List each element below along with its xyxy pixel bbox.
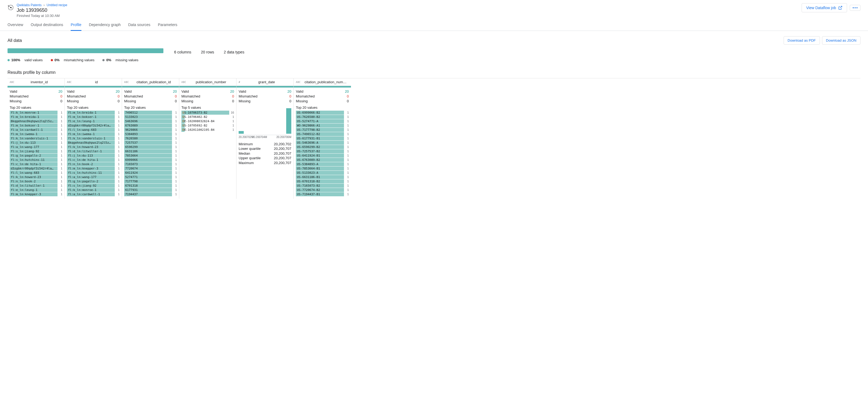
value-row[interactable]: US-5463696-A1 [296, 141, 349, 145]
breadcrumb-project[interactable]: Qwiklabs Patents [17, 3, 42, 7]
value-row[interactable]: US-5274771-A1 [296, 119, 349, 123]
value-row[interactable]: 61779311 [124, 188, 177, 192]
value-row[interactable]: US-10706373-B216 [181, 111, 234, 115]
tab-output-destinations[interactable]: Output destinations [31, 23, 63, 31]
column-header[interactable]: ABCpublication_number [179, 78, 236, 86]
value-row[interactable]: fl:k_ln:howard-231 [10, 175, 62, 179]
value-row[interactable]: fl:d_ln:litwiller-11 [10, 184, 62, 188]
tab-profile[interactable]: Profile [71, 23, 82, 31]
value-row[interactable]: US-5384893-A1 [296, 162, 349, 166]
histogram-bar[interactable] [286, 108, 291, 134]
histogram-bar[interactable] [239, 131, 244, 134]
value-row[interactable]: fl:a_ln:cardwell-11 [67, 192, 120, 196]
value-row[interactable]: fl:m_ln:iwema-11 [67, 132, 120, 136]
value-row[interactable]: DE-102011002195-B41 [181, 128, 234, 132]
value-row[interactable]: US-6631186-B11 [296, 175, 349, 179]
value-row[interactable]: DE-102008032824-B41 [181, 119, 234, 123]
breadcrumb-recipe[interactable]: Untitled recipe [46, 3, 67, 7]
value-row[interactable]: fl:n_ln:book-21 [67, 162, 120, 166]
download-pdf-button[interactable]: Download as PDF [784, 36, 820, 44]
value-row[interactable]: 69990661 [124, 158, 177, 162]
value-row[interactable]: 54636961 [124, 119, 177, 123]
value-row[interactable]: fl:m_ln:knepper-31 [10, 192, 62, 196]
tab-parameters[interactable]: Parameters [158, 23, 177, 31]
download-json-button[interactable]: Download as JSON [822, 36, 861, 44]
value-row[interactable]: 8kqgehnas9kqhpws2lq2l5z…1 [10, 119, 62, 123]
value-row[interactable]: 71944371 [124, 192, 177, 196]
column-header[interactable]: ABCid [65, 78, 122, 86]
value-row[interactable]: fl:k_ln:monroe-11 [67, 188, 120, 192]
value-row[interactable]: fl:k_ln:vandersluis-11 [67, 136, 120, 140]
more-actions-button[interactable] [850, 5, 861, 11]
value-row[interactable]: US-6999066-B21 [296, 111, 349, 115]
tab-dependency-graph[interactable]: Dependency graph [89, 23, 121, 31]
value-row[interactable]: 52747711 [124, 175, 177, 179]
value-row[interactable]: 71777981 [124, 179, 177, 183]
value-row[interactable]: US-7257537-B21 [296, 149, 349, 153]
value-row[interactable]: US-10705692-B21 [181, 124, 234, 128]
value-row[interactable]: fl:a_ln:cardwell-11 [10, 128, 62, 132]
value-row[interactable]: fl:l_ln:wang-6831 [10, 171, 62, 175]
value-row[interactable]: US-6763089-B21 [296, 158, 349, 162]
value-row[interactable]: 64119241 [124, 171, 177, 175]
value-row[interactable]: US-10706402-B21 [181, 115, 234, 119]
value-row[interactable]: fl:d_ln:litwiller-11 [67, 149, 120, 153]
value-row[interactable]: 96298661 [124, 128, 177, 132]
value-row[interactable]: 76265801 [124, 136, 177, 140]
column-header[interactable]: #grant_date [237, 78, 293, 86]
value-row[interactable]: fl:g_ln:pagallo-21 [10, 154, 62, 158]
value-row[interactable]: fl:m_ln:breida-11 [67, 111, 120, 115]
value-row[interactable]: US-7194437-B11 [296, 192, 349, 196]
value-row[interactable]: fl:c_ln:de hita-11 [10, 162, 62, 166]
value-row[interactable]: US-7853664-B11 [296, 167, 349, 170]
view-dataflow-button[interactable]: View Dataflow job [802, 3, 847, 12]
value-row[interactable]: 8kqgehnas9kqhpws2lq2l5z…1 [67, 141, 120, 145]
value-row[interactable]: 67013181 [124, 184, 177, 188]
value-row[interactable]: fl:s_ln:jiang-921 [10, 149, 62, 153]
value-row[interactable]: US-7626580-B21 [296, 115, 349, 119]
value-row[interactable]: US-6590299-B21 [296, 145, 349, 149]
value-row[interactable]: fl:m_ln:knepper-31 [67, 167, 120, 170]
value-row[interactable]: fl:c_ln:de hita-11 [67, 158, 120, 162]
column-header[interactable]: ABCcitation_publication_id [122, 78, 179, 86]
value-row[interactable]: fl:k_ln:monroe-11 [10, 111, 62, 115]
value-row[interactable]: 77206741 [124, 167, 177, 170]
value-row[interactable]: 51330231 [124, 115, 177, 119]
value-row[interactable]: 72575371 [124, 141, 177, 145]
value-row[interactable]: US-7496512-B21 [296, 132, 349, 136]
value-row[interactable]: fl:m_ln:bokser-11 [10, 124, 62, 128]
value-row[interactable]: d3zgbkrr00qdpf3i542r4la…1 [67, 124, 120, 128]
value-row[interactable]: fl:k_ln:howard-231 [67, 145, 120, 149]
value-row[interactable]: fl:e_ln:leung-11 [10, 188, 62, 192]
value-row[interactable]: US-6701318-B21 [296, 179, 349, 183]
value-row[interactable]: US-6177931-B11 [296, 136, 349, 140]
value-row[interactable]: US-7720674-B21 [296, 188, 349, 192]
value-row[interactable]: fl:j_ln:du-1131 [67, 154, 120, 158]
value-row[interactable]: fl:n_ln:book-21 [10, 179, 62, 183]
value-row[interactable]: 66311861 [124, 149, 177, 153]
value-row[interactable]: US-6411924-B11 [296, 154, 349, 158]
value-row[interactable]: fl:m_ln:breida-11 [10, 115, 62, 119]
tab-data-sources[interactable]: Data sources [128, 23, 150, 31]
value-row[interactable]: fl:e_ln:leung-11 [67, 119, 120, 123]
value-row[interactable]: fl:g_ln:pagallo-21 [67, 179, 120, 183]
value-row[interactable]: 53848931 [124, 132, 177, 136]
value-row[interactable]: fl:k_ln:vandersluis-11 [10, 136, 62, 140]
value-row[interactable]: fl:s_ln:jiang-921 [67, 184, 120, 188]
value-row[interactable]: fl:a_ln:wang-1771 [67, 175, 120, 179]
value-row[interactable]: 67630891 [124, 124, 177, 128]
value-row[interactable]: 74965121 [124, 111, 177, 115]
value-row[interactable]: fl:l_ln:wang-6831 [67, 128, 120, 132]
value-row[interactable]: WO-9629866-A11 [296, 124, 349, 128]
column-header[interactable]: ABCcitation_publication_num… [294, 78, 351, 86]
value-row[interactable]: 71650731 [124, 162, 177, 166]
value-row[interactable]: fl:s_ln:hutchins-111 [10, 158, 62, 162]
value-row[interactable]: 78536641 [124, 154, 177, 158]
value-row[interactable]: d3zgbkrr00qdpf3i542r4la…1 [10, 167, 62, 170]
value-row[interactable]: 65902991 [124, 145, 177, 149]
value-row[interactable]: fl:a_ln:wang-1771 [10, 145, 62, 149]
value-row[interactable]: US-5133023-A1 [296, 171, 349, 175]
value-row[interactable]: fl:m_ln:bokser-11 [67, 115, 120, 119]
column-header[interactable]: ABCinventor_id [7, 78, 64, 86]
value-row[interactable]: US-7165073-B21 [296, 184, 349, 188]
